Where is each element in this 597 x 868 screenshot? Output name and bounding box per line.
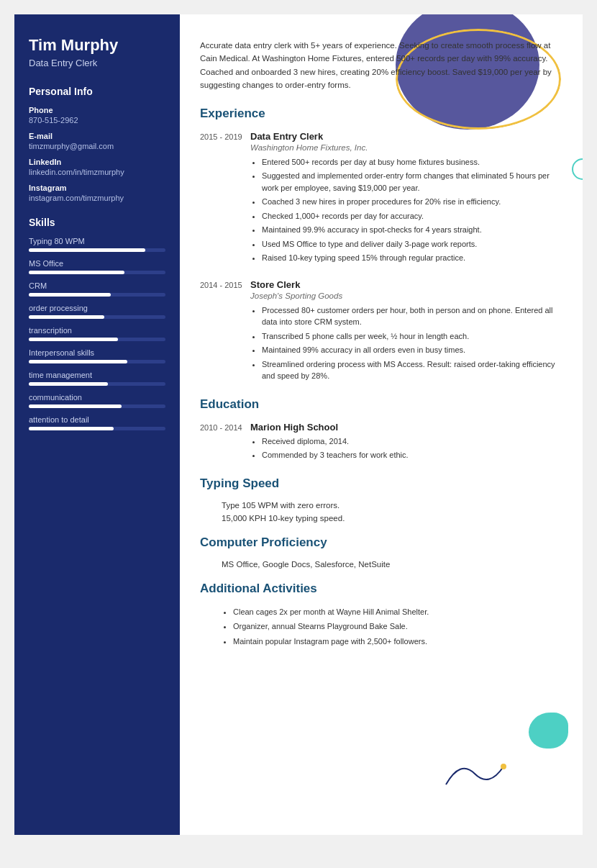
edu-dates: 2010 - 2014 bbox=[200, 422, 250, 464]
job-bullet: Maintained 99.9% accuracy in spot-checks… bbox=[262, 224, 562, 236]
skill-bar-fill bbox=[29, 293, 111, 297]
job-bullets: Processed 80+ customer orders per hour, … bbox=[250, 304, 562, 382]
edu-bullet: Commended by 3 teachers for work ethic. bbox=[262, 449, 562, 461]
linkedin-value: linkedin.com/in/timzmurphy bbox=[29, 168, 165, 176]
job-bullets: Entered 500+ records per day at busy hom… bbox=[250, 156, 562, 264]
computer-text: MS Office, Google Docs, Salesforce, NetS… bbox=[200, 560, 562, 569]
edu-school-name: Marion High School bbox=[250, 422, 562, 433]
experience-section: Experience 2015 - 2019Data Entry ClerkWa… bbox=[200, 107, 562, 384]
job-title: Store Clerk bbox=[250, 279, 562, 290]
skill-name: CRM bbox=[29, 281, 165, 290]
job-content: Store ClerkJoseph's Sporting GoodsProces… bbox=[250, 279, 562, 384]
typing-list: Type 105 WPM with zero errors.15,000 KPH… bbox=[200, 501, 562, 523]
main-content: Accurate data entry clerk with 5+ years … bbox=[180, 14, 583, 835]
job-company: Joseph's Sporting Goods bbox=[250, 291, 562, 300]
skill-bar-bg bbox=[29, 271, 165, 274]
job-company: Washington Home Fixtures, Inc. bbox=[250, 143, 562, 152]
linkedin-label: LinkedIn bbox=[29, 158, 165, 166]
skill-bar-bg bbox=[29, 382, 165, 386]
job-content: Data Entry ClerkWashington Home Fixtures… bbox=[250, 131, 562, 266]
skill-name: order processing bbox=[29, 304, 165, 312]
skills-heading: Skills bbox=[29, 217, 165, 228]
activity-item: Organizer, annual Stearns Playground Bak… bbox=[233, 620, 562, 633]
skill-name: Interpersonal skills bbox=[29, 348, 165, 357]
sidebar: Tim Murphy Data Entry Clerk Personal Inf… bbox=[14, 14, 180, 835]
skill-bar-bg bbox=[29, 427, 165, 430]
skill-name: time management bbox=[29, 371, 165, 379]
typing-heading: Typing Speed bbox=[200, 476, 562, 492]
education-section: Education 2010 - 2014Marion High SchoolR… bbox=[200, 397, 562, 464]
skill-bar-fill bbox=[29, 360, 127, 363]
job-block: 2014 - 2015Store ClerkJoseph's Sporting … bbox=[200, 279, 562, 384]
resume-page: Tim Murphy Data Entry Clerk Personal Inf… bbox=[14, 14, 583, 835]
skill-bar-bg bbox=[29, 293, 165, 297]
skills-list: Typing 80 WPMMS OfficeCRMorder processin… bbox=[29, 237, 165, 430]
typing-row: 15,000 KPH 10-key typing speed. bbox=[200, 514, 562, 523]
job-bullet: Raised 10-key typing speed 15% through r… bbox=[262, 252, 562, 264]
skill-bar-fill bbox=[29, 271, 124, 274]
instagram-value: instagram.com/timzmurphy bbox=[29, 194, 165, 202]
skill-bar-fill bbox=[29, 338, 118, 341]
edu-bullets: Received diploma, 2014.Commended by 3 te… bbox=[250, 435, 562, 461]
candidate-title: Data Entry Clerk bbox=[29, 58, 165, 68]
skill-name: transcription bbox=[29, 326, 165, 335]
education-heading: Education bbox=[200, 397, 562, 413]
skill-bar-bg bbox=[29, 360, 165, 363]
job-bullet: Coached 3 new hires in proper procedures… bbox=[262, 196, 562, 208]
job-bullet: Transcribed 5 phone calls per week, ½ ho… bbox=[262, 330, 562, 343]
instagram-label: Instagram bbox=[29, 184, 165, 192]
skill-name: attention to detail bbox=[29, 415, 165, 424]
job-bullet: Streamlined ordering process with MS Acc… bbox=[262, 358, 562, 382]
job-bullet: Checked 1,000+ records per day for accur… bbox=[262, 210, 562, 222]
jobs-list: 2015 - 2019Data Entry ClerkWashington Ho… bbox=[200, 131, 562, 384]
skill-bar-fill bbox=[29, 315, 104, 319]
skill-bar-fill bbox=[29, 427, 114, 430]
phone-label: Phone bbox=[29, 106, 165, 114]
activity-item: Maintain popular Instagram page with 2,5… bbox=[233, 636, 562, 648]
phone-value: 870-515-2962 bbox=[29, 116, 165, 125]
typing-section: Typing Speed Type 105 WPM with zero erro… bbox=[200, 476, 562, 523]
education-list: 2010 - 2014Marion High SchoolReceived di… bbox=[200, 422, 562, 464]
experience-heading: Experience bbox=[200, 107, 562, 122]
email-value: timzmurphy@gmail.com bbox=[29, 142, 165, 150]
skill-bar-bg bbox=[29, 404, 165, 408]
job-bullet: Suggested and implemented order-entry fo… bbox=[262, 170, 562, 194]
skill-bar-fill bbox=[29, 248, 145, 252]
candidate-name: Tim Murphy bbox=[29, 36, 165, 55]
personal-info-heading: Personal Info bbox=[29, 86, 165, 97]
skill-bar-bg bbox=[29, 315, 165, 319]
computer-heading: Computer Proficiency bbox=[200, 535, 562, 551]
job-dates: 2014 - 2015 bbox=[200, 279, 250, 384]
activities-section: Additional Activities Clean cages 2x per… bbox=[200, 582, 562, 648]
activities-list: Clean cages 2x per month at Wayne Hill A… bbox=[200, 606, 562, 648]
skill-bar-bg bbox=[29, 248, 165, 252]
skill-bar-bg bbox=[29, 338, 165, 341]
skill-name: MS Office bbox=[29, 259, 165, 268]
skill-bar-fill bbox=[29, 382, 108, 386]
edu-content: Marion High SchoolReceived diploma, 2014… bbox=[250, 422, 562, 464]
typing-row: Type 105 WPM with zero errors. bbox=[200, 501, 562, 510]
job-title: Data Entry Clerk bbox=[250, 131, 562, 142]
edu-bullet: Received diploma, 2014. bbox=[262, 435, 562, 448]
email-label: E-mail bbox=[29, 132, 165, 140]
job-block: 2015 - 2019Data Entry ClerkWashington Ho… bbox=[200, 131, 562, 266]
job-dates: 2015 - 2019 bbox=[200, 131, 250, 266]
job-bullet: Used MS Office to type and deliver daily… bbox=[262, 238, 562, 250]
activity-item: Clean cages 2x per month at Wayne Hill A… bbox=[233, 606, 562, 618]
skill-name: communication bbox=[29, 393, 165, 402]
edu-block: 2010 - 2014Marion High SchoolReceived di… bbox=[200, 422, 562, 464]
skill-bar-fill bbox=[29, 404, 122, 408]
computer-section: Computer Proficiency MS Office, Google D… bbox=[200, 535, 562, 569]
job-bullet: Entered 500+ records per day at busy hom… bbox=[262, 156, 562, 168]
job-bullet: Maintained 99% accuracy in all orders ev… bbox=[262, 344, 562, 356]
summary-text: Accurate data entry clerk with 5+ years … bbox=[200, 39, 562, 92]
job-bullet: Processed 80+ customer orders per hour, … bbox=[262, 304, 562, 328]
skill-name: Typing 80 WPM bbox=[29, 237, 165, 245]
activities-heading: Additional Activities bbox=[200, 582, 562, 597]
